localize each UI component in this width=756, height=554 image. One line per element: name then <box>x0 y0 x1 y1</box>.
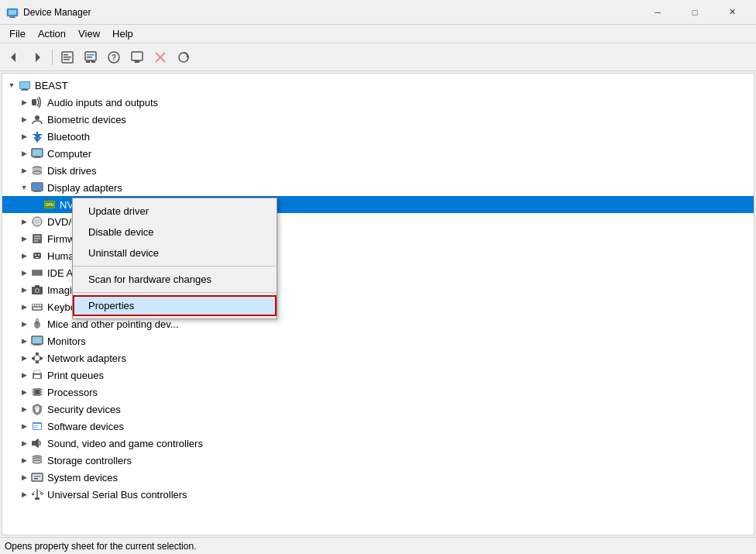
tree-item-biometric[interactable]: ▶ Biometric devices <box>2 111 754 128</box>
context-menu-item-scan-changes[interactable]: Scan for hardware changes <box>73 269 277 290</box>
toggle-monitors[interactable]: ▶ <box>18 335 30 347</box>
status-text: Opens property sheet for the current sel… <box>5 541 196 552</box>
menu-action[interactable]: Action <box>32 26 72 41</box>
tree-item-network[interactable]: ▶ Network adapters <box>2 349 754 366</box>
monitor-button[interactable] <box>126 46 148 68</box>
icon-storage <box>30 453 44 467</box>
context-menu-item-disable-device[interactable]: Disable device <box>73 222 277 243</box>
toggle-biometric[interactable]: ▶ <box>18 113 30 126</box>
toggle-usb[interactable]: ▶ <box>18 488 30 501</box>
svg-line-114 <box>33 491 35 494</box>
toggle-disk[interactable]: ▶ <box>18 164 30 177</box>
toggle-sound[interactable]: ▶ <box>18 437 30 449</box>
tree-item-storage[interactable]: ▶ Storage controllers <box>2 452 754 469</box>
toggle-network[interactable]: ▶ <box>18 352 30 364</box>
toggle-audio[interactable]: ▶ <box>18 96 30 108</box>
svg-rect-51 <box>34 240 38 242</box>
toggle-processors[interactable]: ▶ <box>18 386 30 398</box>
menu-help[interactable]: Help <box>106 26 139 41</box>
toggle-keyboards[interactable]: ▶ <box>18 301 30 313</box>
toggle-security[interactable]: ▶ <box>18 403 30 415</box>
tree-item-audio[interactable]: ▶ Audio inputs and outputs <box>2 94 754 111</box>
tree-item-display[interactable]: ▼ Display adapters <box>2 179 754 196</box>
toggle-storage[interactable]: ▶ <box>18 454 30 466</box>
tree-item-system[interactable]: ▶ System devices <box>2 469 754 486</box>
svg-rect-99 <box>33 424 41 429</box>
forward-button[interactable] <box>26 46 48 68</box>
icon-bluetooth <box>30 129 44 143</box>
svg-rect-113 <box>35 497 40 500</box>
svg-text:?: ? <box>112 53 116 62</box>
root-toggle[interactable]: ▼ <box>5 79 18 91</box>
spacer-nvidia <box>30 198 43 211</box>
svg-marker-4 <box>11 53 15 62</box>
svg-rect-74 <box>33 337 42 343</box>
back-button[interactable] <box>3 46 25 68</box>
tree-item-usb[interactable]: ▶ Universal Serial Bus controllers <box>2 486 754 503</box>
context-menu: Update driverDisable deviceUninstall dev… <box>72 198 277 319</box>
toggle-computer[interactable]: ▶ <box>18 147 30 160</box>
toolbar-separator-1 <box>52 50 53 65</box>
icon-usb <box>30 487 44 501</box>
svg-rect-28 <box>21 90 29 91</box>
maximize-button[interactable]: □ <box>677 0 713 25</box>
toggle-imaging[interactable]: ▶ <box>18 284 30 296</box>
tree-root[interactable]: ▼ BEAST <box>2 77 754 94</box>
toggle-print[interactable]: ▶ <box>18 369 30 381</box>
toggle-firmware[interactable]: ▶ <box>18 232 30 245</box>
icon-hid <box>30 249 44 263</box>
toggle-bluetooth[interactable]: ▶ <box>18 130 30 143</box>
label-audio: Audio inputs and outputs <box>47 97 158 108</box>
context-menu-item-update-driver[interactable]: Update driver <box>73 201 277 222</box>
menu-view[interactable]: View <box>72 26 106 41</box>
tree-item-computer[interactable]: ▶ Computer <box>2 145 754 162</box>
toggle-dvd[interactable]: ▶ <box>18 215 30 228</box>
tree-item-bluetooth[interactable]: ▶ Bluetooth <box>2 128 754 145</box>
status-bar: Opens property sheet for the current sel… <box>0 537 756 554</box>
icon-biometric <box>30 112 44 126</box>
icon-processors <box>30 385 44 399</box>
svg-line-81 <box>33 355 37 357</box>
context-menu-item-uninstall-device[interactable]: Uninstall device <box>73 243 277 263</box>
svg-point-37 <box>33 171 42 174</box>
toggle-system[interactable]: ▶ <box>18 471 30 483</box>
label-print: Print queues <box>47 370 104 381</box>
label-software: Software devices <box>47 421 124 432</box>
help-button[interactable]: ? <box>103 46 125 68</box>
tree-item-software[interactable]: ▶ Software devices <box>2 418 754 435</box>
svg-rect-49 <box>34 236 40 237</box>
minimize-button[interactable]: ─ <box>640 0 675 25</box>
context-menu-item-properties[interactable]: Properties <box>73 295 277 316</box>
tree-item-print[interactable]: ▶ Print queues <box>2 366 754 384</box>
svg-rect-20 <box>133 60 141 61</box>
svg-rect-102 <box>32 441 36 446</box>
tree-item-disk[interactable]: ▶ Disk drives <box>2 162 754 179</box>
tree-item-monitors[interactable]: ▶ Monitors <box>2 332 754 349</box>
toggle-software[interactable]: ▶ <box>18 420 30 432</box>
icon-display <box>30 181 44 194</box>
label-network: Network adapters <box>47 353 126 364</box>
scan-button[interactable] <box>173 46 194 68</box>
toggle-hid[interactable]: ▶ <box>18 249 30 262</box>
svg-point-54 <box>38 254 40 256</box>
menu-file[interactable]: File <box>3 26 32 41</box>
svg-rect-89 <box>35 390 40 394</box>
root-label: BEAST <box>35 80 68 91</box>
close-button[interactable]: ✕ <box>714 0 750 25</box>
tree-item-sound[interactable]: ▶ Sound, video and game controllers <box>2 435 754 452</box>
label-storage: Storage controllers <box>47 455 132 466</box>
tree-item-security[interactable]: ▶ Security devices <box>2 401 754 418</box>
toggle-display[interactable]: ▼ <box>18 181 30 194</box>
toggle-mice[interactable]: ▶ <box>18 318 30 330</box>
svg-rect-18 <box>132 52 143 60</box>
label-biometric: Biometric devices <box>47 114 126 126</box>
icon-imaging <box>30 283 44 297</box>
toggle-ide[interactable]: ▶ <box>18 267 30 279</box>
update-driver-button[interactable] <box>80 46 101 68</box>
svg-text:GPU: GPU <box>46 202 54 207</box>
remove-device-button[interactable] <box>149 46 171 68</box>
svg-rect-109 <box>33 474 42 480</box>
tree-item-processors[interactable]: ▶ Processors <box>2 384 754 401</box>
icon-print <box>30 368 44 382</box>
properties-button[interactable] <box>57 46 78 68</box>
